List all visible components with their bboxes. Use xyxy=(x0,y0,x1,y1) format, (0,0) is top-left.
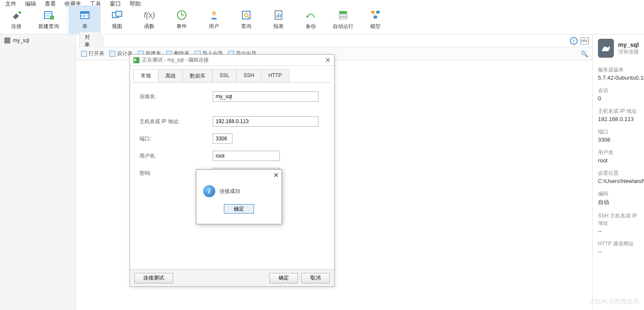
tool-query[interactable]: 查询 xyxy=(230,5,262,34)
username-input[interactable] xyxy=(213,151,280,161)
info-icon[interactable]: i xyxy=(570,37,578,45)
navicat-icon xyxy=(133,57,139,63)
search-icon[interactable]: 🔍 xyxy=(581,50,588,57)
tool-new-query[interactable]: + 新建查询 xyxy=(32,5,65,34)
panel-subtitle: 没有连接 xyxy=(618,48,639,56)
address-bar[interactable] xyxy=(102,36,103,46)
tool-view[interactable]: 视图 xyxy=(101,5,133,34)
menubar: 文件 编辑 查看 收藏夹 工具 窗口 帮助 xyxy=(0,0,644,5)
host-value: 192.168.0.113 xyxy=(598,116,639,122)
tool-backup[interactable]: 备份 xyxy=(294,5,327,34)
port-value: 3306 xyxy=(598,136,639,143)
tab-http[interactable]: HTTP xyxy=(261,69,289,82)
port-input[interactable] xyxy=(213,133,232,144)
menu-view[interactable]: 查看 xyxy=(45,0,56,5)
host-label: 主机名或 IP 地址: xyxy=(139,118,213,125)
menu-help[interactable]: 帮助 xyxy=(130,0,141,5)
plug-icon xyxy=(10,9,22,21)
version-label: 服务器版本 xyxy=(598,66,639,74)
svg-rect-29 xyxy=(376,11,380,13)
menu-file[interactable]: 文件 xyxy=(5,0,16,5)
design-table-button[interactable]: 设计表 xyxy=(109,50,133,57)
model-icon xyxy=(369,9,381,21)
table-icon xyxy=(79,9,91,21)
http-label: HTTP 通道网址 xyxy=(598,240,639,248)
svg-marker-24 xyxy=(306,16,309,18)
user-value: root xyxy=(598,157,639,164)
connection-item[interactable]: my_sql xyxy=(0,36,75,45)
tab-ssh[interactable]: SSH xyxy=(236,69,262,82)
alert-message: 连接成功 xyxy=(220,188,240,195)
svg-rect-28 xyxy=(371,11,375,13)
clock-icon xyxy=(176,9,188,21)
svg-rect-7 xyxy=(80,12,89,14)
alert-ok-button[interactable]: 确定 xyxy=(224,204,254,214)
tool-autorun[interactable]: 自动运行 xyxy=(327,5,359,34)
connection-name-input[interactable] xyxy=(213,91,319,102)
alert-close-icon[interactable]: ✕ xyxy=(273,171,279,179)
right-panel: my_sql 没有连接 服务器版本5.7.42-0ubuntu0.18.04.1… xyxy=(592,34,644,310)
tool-function[interactable]: f(x) 函数 xyxy=(133,5,165,34)
svg-line-31 xyxy=(373,13,375,16)
tab-ssl[interactable]: SSL xyxy=(212,69,237,82)
session-label: 会话 xyxy=(598,87,639,94)
tool-user[interactable]: 用户 xyxy=(198,5,230,34)
tab-database[interactable]: 数据库 xyxy=(183,69,213,82)
toolbar: 连接 + 新建查询 表 视图 f(x) 函数 事件 用户 查询 报表 备份 自动… xyxy=(0,5,644,34)
watermark: CSDN @西西菜鸟 xyxy=(590,298,639,306)
query-icon xyxy=(240,9,252,21)
svg-rect-21 xyxy=(276,15,277,18)
menu-window[interactable]: 窗口 xyxy=(110,0,121,5)
tab-advanced[interactable]: 高级 xyxy=(158,69,183,82)
database-icon xyxy=(4,37,10,43)
version-value: 5.7.42-0ubuntu0.18.04.1 xyxy=(598,74,639,81)
info-circle-icon: i xyxy=(203,185,215,197)
sidebar: my_sql xyxy=(0,34,76,310)
svg-text:f(x): f(x) xyxy=(144,11,155,19)
user-icon xyxy=(208,9,220,21)
tool-report[interactable]: 报表 xyxy=(262,5,294,34)
svg-line-19 xyxy=(248,16,249,18)
menu-edit[interactable]: 编辑 xyxy=(25,0,36,5)
report-icon xyxy=(272,9,285,21)
ddl-icon[interactable]: DDL xyxy=(580,37,589,44)
tool-connect[interactable]: 连接 xyxy=(0,5,32,34)
design-icon xyxy=(109,51,115,57)
tool-table[interactable]: 表 xyxy=(68,5,101,34)
ssh-value: -- xyxy=(598,228,639,234)
svg-rect-26 xyxy=(339,15,347,16)
panel-title: my_sql xyxy=(618,41,639,48)
path-label: 设置位置 xyxy=(598,170,639,177)
success-alert: ✕ i 连接成功 确定 xyxy=(196,169,282,224)
test-connection-button[interactable]: 连接测试 xyxy=(134,273,173,283)
menu-favorites[interactable]: 收藏夹 xyxy=(65,0,81,5)
svg-rect-25 xyxy=(339,11,347,14)
tab-general[interactable]: 常规 xyxy=(133,69,158,82)
host-label: 主机名或 IP 地址 xyxy=(598,108,639,115)
tool-event[interactable]: 事件 xyxy=(165,5,198,34)
svg-point-0 xyxy=(19,11,21,14)
svg-rect-22 xyxy=(278,13,279,18)
open-icon xyxy=(81,51,87,57)
svg-point-18 xyxy=(245,13,248,17)
mysql-logo-icon xyxy=(598,39,614,58)
ok-button[interactable]: 确定 xyxy=(269,273,298,283)
encoding-label: 编码 xyxy=(598,190,639,198)
user-label: 用户名: xyxy=(139,152,213,160)
host-input[interactable] xyxy=(213,116,319,127)
grid-plus-icon: + xyxy=(43,9,55,21)
path-value: C:\Users\Newland\Docun xyxy=(598,178,639,184)
http-value: -- xyxy=(598,248,639,255)
svg-point-16 xyxy=(212,11,216,16)
open-table-button[interactable]: 打开表 xyxy=(81,50,104,57)
name-label: 连接名: xyxy=(139,93,213,100)
menu-tools[interactable]: 工具 xyxy=(90,0,101,5)
port-label: 端口 xyxy=(598,128,639,136)
svg-line-32 xyxy=(375,13,378,16)
session-value: 0 xyxy=(598,95,639,102)
cancel-button[interactable]: 取消 xyxy=(301,273,330,283)
tool-model[interactable]: 模型 xyxy=(359,5,391,34)
close-icon[interactable]: ✕ xyxy=(325,56,331,64)
svg-text:+: + xyxy=(51,16,53,20)
user-label: 用户名 xyxy=(598,149,639,156)
